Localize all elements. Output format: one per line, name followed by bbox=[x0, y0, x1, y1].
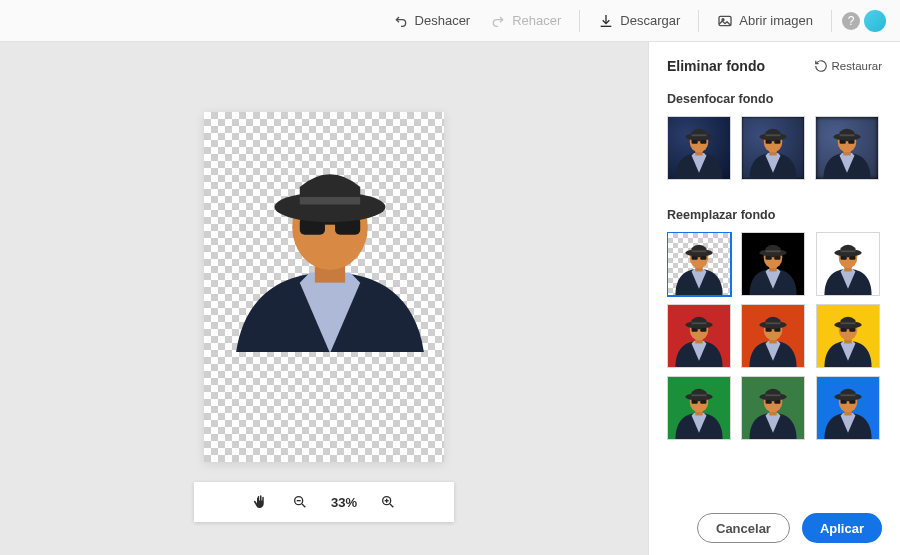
zoom-level: 33% bbox=[331, 495, 357, 510]
pan-tool[interactable] bbox=[251, 493, 269, 511]
panel-header: Eliminar fondo Restaurar bbox=[667, 58, 882, 74]
svg-line-13 bbox=[390, 504, 393, 507]
replace-section-label: Reemplazar fondo bbox=[667, 208, 882, 222]
avatar[interactable] bbox=[864, 10, 886, 32]
open-image-label: Abrir imagen bbox=[739, 13, 813, 28]
restore-label: Restaurar bbox=[832, 60, 883, 72]
redo-label: Rehacer bbox=[512, 13, 561, 28]
cancel-label: Cancelar bbox=[716, 521, 771, 536]
replace-option-1[interactable] bbox=[741, 232, 805, 296]
redo-button: Rehacer bbox=[482, 9, 569, 33]
toolbar-separator bbox=[698, 10, 699, 32]
replace-option-7[interactable] bbox=[741, 376, 805, 440]
replace-option-5[interactable] bbox=[816, 304, 880, 368]
body: 33% Eliminar fondo Restaurar Desenfocar … bbox=[0, 42, 900, 555]
top-toolbar: Deshacer Rehacer Descargar Abrir imagen … bbox=[0, 0, 900, 42]
replace-option-8[interactable] bbox=[816, 376, 880, 440]
zoom-in-icon bbox=[380, 494, 396, 510]
toolbar-separator bbox=[831, 10, 832, 32]
apply-label: Aplicar bbox=[820, 521, 864, 536]
canvas-area: 33% bbox=[0, 42, 648, 555]
canvas-frame[interactable] bbox=[204, 112, 444, 462]
undo-icon bbox=[393, 13, 409, 29]
hand-icon bbox=[251, 493, 269, 511]
panel-title: Eliminar fondo bbox=[667, 58, 765, 74]
image-icon bbox=[717, 13, 733, 29]
replace-option-0[interactable] bbox=[667, 232, 731, 296]
replace-option-3[interactable] bbox=[667, 304, 731, 368]
subject-image bbox=[204, 112, 444, 352]
blur-option-3[interactable] bbox=[815, 116, 879, 180]
undo-label: Deshacer bbox=[415, 13, 471, 28]
blur-section-label: Desenfocar fondo bbox=[667, 92, 882, 106]
apply-button[interactable]: Aplicar bbox=[802, 513, 882, 543]
blur-option-2[interactable] bbox=[741, 116, 805, 180]
replace-options bbox=[667, 232, 882, 501]
app-root: Deshacer Rehacer Descargar Abrir imagen … bbox=[0, 0, 900, 555]
toolbar-separator bbox=[579, 10, 580, 32]
replace-option-4[interactable] bbox=[741, 304, 805, 368]
replace-option-6[interactable] bbox=[667, 376, 731, 440]
cancel-button[interactable]: Cancelar bbox=[697, 513, 790, 543]
zoom-out-button[interactable] bbox=[291, 493, 309, 511]
blur-options bbox=[667, 116, 882, 180]
zoom-out-icon bbox=[292, 494, 308, 510]
restore-icon bbox=[814, 59, 828, 73]
panel-footer: Cancelar Aplicar bbox=[667, 501, 882, 543]
restore-button[interactable]: Restaurar bbox=[814, 59, 883, 73]
blur-option-1[interactable] bbox=[667, 116, 731, 180]
open-image-button[interactable]: Abrir imagen bbox=[709, 9, 821, 33]
download-icon bbox=[598, 13, 614, 29]
download-button[interactable]: Descargar bbox=[590, 9, 688, 33]
zoom-in-button[interactable] bbox=[379, 493, 397, 511]
redo-icon bbox=[490, 13, 506, 29]
replace-option-2[interactable] bbox=[816, 232, 880, 296]
zoom-bar: 33% bbox=[194, 482, 454, 522]
download-label: Descargar bbox=[620, 13, 680, 28]
right-panel: Eliminar fondo Restaurar Desenfocar fond… bbox=[648, 42, 900, 555]
svg-line-10 bbox=[302, 504, 305, 507]
help-button[interactable]: ? bbox=[842, 12, 860, 30]
undo-button[interactable]: Deshacer bbox=[385, 9, 479, 33]
